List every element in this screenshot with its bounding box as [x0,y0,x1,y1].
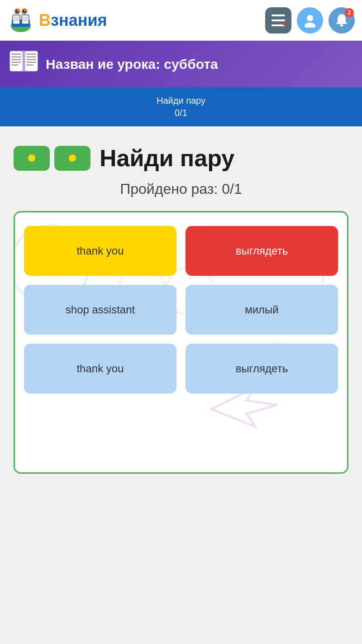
card-milyy[interactable]: милый [186,285,338,335]
svg-point-20 [307,15,313,21]
dot-2 [69,154,76,162]
header: Взнания 2 [0,0,362,41]
svg-rect-34 [26,64,33,66]
lesson-banner: Назван ие урока: суббота [0,41,362,87]
svg-rect-33 [26,62,36,63]
svg-rect-32 [26,59,36,60]
dot-1 [28,154,35,162]
svg-rect-30 [26,53,36,55]
app-title: Взнания [39,11,107,30]
game-progress-text: Пройдено раз: 0/1 [14,181,348,197]
card-thank-you-blue[interactable]: thank you [24,344,176,394]
svg-rect-2 [13,15,20,24]
game-title: Найди пару [100,144,234,172]
svg-rect-35 [23,50,25,72]
progress-area: Найди пару 0/1 [0,87,362,126]
progress-count: 0/1 [9,108,353,118]
dot-card-2 [54,146,90,171]
dot-card-1 [14,146,50,171]
card-vyglyadet-blue[interactable]: выглядеть [186,344,338,394]
logo-area: Взнания [7,7,265,34]
logo-icon [7,7,34,34]
menu-icon [272,14,285,26]
svg-point-22 [340,24,343,26]
bell-button[interactable]: 2 [329,7,355,34]
svg-rect-25 [11,53,21,55]
progress-label: Найди пару [9,96,353,106]
svg-rect-3 [22,15,29,24]
svg-rect-16 [272,14,285,16]
header-actions: 2 [265,7,355,34]
cards-container: thank you выглядеть shop assistant милый… [14,211,348,474]
svg-point-21 [305,23,315,28]
svg-rect-29 [11,64,19,66]
notification-badge: 2 [345,8,354,17]
svg-rect-27 [11,59,21,60]
game-title-row: Найди пару [14,144,348,172]
main-content: Найди пару Пройдено раз: 0/1 thank you [0,126,362,487]
svg-rect-17 [272,19,285,21]
cards-grid: thank you выглядеть shop assistant милый… [24,226,338,394]
svg-rect-26 [11,56,21,58]
menu-button[interactable] [265,7,291,34]
card-vyglyadet-red[interactable]: выглядеть [186,226,338,276]
svg-point-14 [17,10,19,11]
svg-point-15 [24,10,26,11]
svg-rect-28 [11,62,21,63]
dot-cards [14,146,90,171]
user-icon [303,13,317,28]
lesson-title: Назван ие урока: суббота [46,57,218,72]
card-thank-you-yellow[interactable]: thank you [24,226,176,276]
card-shop-assistant[interactable]: shop assistant [24,285,176,335]
user-button[interactable] [297,7,323,34]
svg-rect-31 [26,56,36,58]
lesson-book-icon [9,49,38,79]
